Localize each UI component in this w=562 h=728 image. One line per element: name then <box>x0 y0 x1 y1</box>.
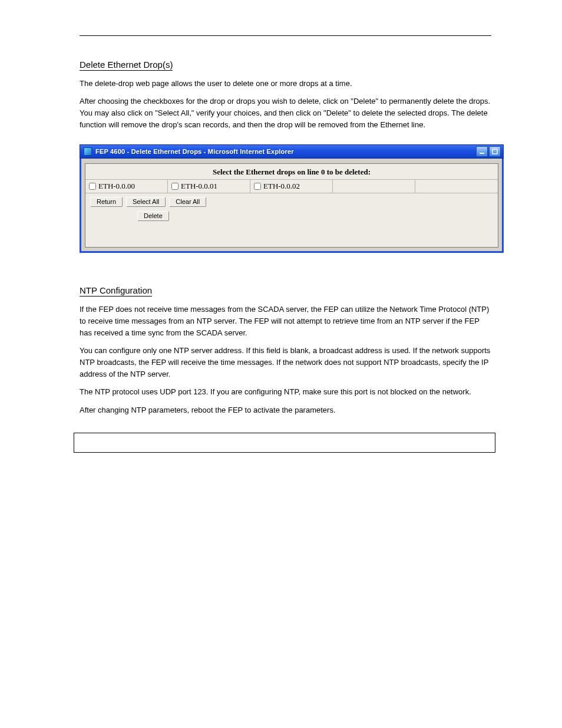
paragraph: The NTP protocol uses UDP port 123. If y… <box>80 386 491 398</box>
maximize-button[interactable] <box>489 146 501 157</box>
paragraph: If the FEP does not receive time message… <box>80 304 491 339</box>
page-top-rule <box>80 35 491 36</box>
section-delete-ethernet-drops: Delete Ethernet Drop(s) The delete-drop … <box>80 60 491 131</box>
drop-cell[interactable]: ETH-0.0.02 <box>250 180 333 193</box>
delete-button[interactable]: Delete <box>137 211 169 221</box>
empty-table-box <box>74 433 495 453</box>
section-body: If the FEP does not receive time message… <box>80 304 491 416</box>
paragraph: After choosing the checkboxes for the dr… <box>80 95 491 131</box>
panel-header: Select the Ethernet drops on line 0 to b… <box>85 164 498 180</box>
delete-drops-panel: Select the Ethernet drops on line 0 to b… <box>85 163 498 248</box>
maximize-icon <box>492 149 498 154</box>
drop-label: ETH-0.0.00 <box>98 182 135 191</box>
drops-row: ETH-0.0.00 ETH-0.0.01 ETH-0.0.02 <box>85 180 498 193</box>
section-ntp-configuration: NTP Configuration If the FEP does not re… <box>80 285 491 416</box>
paragraph: After changing NTP parameters, reboot th… <box>80 404 491 416</box>
window-title: FEP 4600 - Delete Ethernet Drops - Micro… <box>95 148 476 155</box>
section-heading: NTP Configuration <box>80 285 152 297</box>
drop-label: ETH-0.0.01 <box>181 182 217 191</box>
clear-all-button[interactable]: Clear All <box>169 197 206 207</box>
ie-logo-icon <box>84 147 92 156</box>
paragraph: You can configure only one NTP server ad… <box>80 345 491 380</box>
minimize-icon <box>479 149 485 154</box>
minimize-button[interactable] <box>476 146 488 157</box>
section-heading: Delete Ethernet Drop(s) <box>80 60 173 71</box>
select-all-button[interactable]: Select All <box>126 197 166 207</box>
drop-checkbox[interactable] <box>89 183 96 190</box>
window-client-area: Select the Ethernet drops on line 0 to b… <box>80 159 504 253</box>
return-button[interactable]: Return <box>90 197 123 207</box>
drop-checkbox[interactable] <box>171 183 178 190</box>
drop-label: ETH-0.0.02 <box>263 182 300 191</box>
window-control-buttons <box>476 146 501 157</box>
window-titlebar[interactable]: FEP 4600 - Delete Ethernet Drops - Micro… <box>80 144 504 159</box>
button-row-2: Delete <box>85 207 221 223</box>
drop-cell-empty <box>415 180 498 193</box>
drop-cell[interactable]: ETH-0.0.01 <box>168 180 250 193</box>
paragraph: The delete-drop web page allows the user… <box>80 78 491 90</box>
drop-cell[interactable]: ETH-0.0.00 <box>85 180 168 193</box>
button-row: Return Select All Clear All <box>85 193 221 209</box>
svg-rect-1 <box>492 149 497 154</box>
svg-rect-0 <box>480 153 484 154</box>
drop-checkbox[interactable] <box>254 183 261 190</box>
ie-window: FEP 4600 - Delete Ethernet Drops - Micro… <box>80 144 504 253</box>
drop-cell-empty <box>333 180 415 193</box>
section-body: The delete-drop web page allows the user… <box>80 78 491 131</box>
